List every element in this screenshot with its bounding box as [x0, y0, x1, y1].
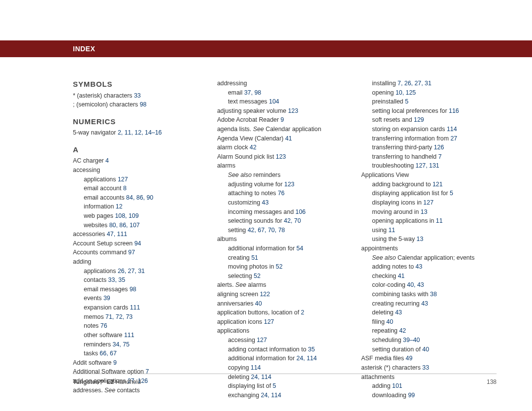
index-entry: adding notes to 43: [361, 262, 497, 272]
index-entry: using the 5-way 13: [361, 235, 497, 244]
index-entry: opening applications in 11: [361, 216, 497, 226]
index-entry: adjusting volume for 123: [217, 180, 353, 189]
index-entry: application buttons, location of 2: [217, 308, 353, 317]
index-entry: transferring third-party 126: [361, 143, 497, 152]
index-entry: agenda lists. See Calendar application: [217, 125, 353, 134]
header-bar: INDEX: [0, 40, 532, 57]
index-entry: combining tasks with 38: [361, 290, 497, 299]
index-entry: accessories 47, 111: [73, 230, 208, 239]
index-entry: accessing: [73, 166, 208, 175]
index-entry: selecting 52: [217, 272, 353, 281]
column-3: installing 7, 26, 27, 31opening 10, 125p…: [361, 79, 497, 367]
index-entry: adding: [73, 257, 208, 267]
index-entry: contacts 33, 35: [73, 275, 208, 285]
index-entry: setting 42, 67, 70, 78: [217, 226, 353, 235]
section-heading: NUMERICS: [73, 116, 208, 128]
index-entry: downloading 99: [361, 391, 497, 400]
footer-page: 138: [487, 378, 497, 385]
index-entry: soft resets and 129: [361, 115, 497, 125]
index-entry: text messages 104: [217, 97, 353, 106]
index-entry: displaying application list for 5: [361, 189, 497, 198]
index-entry: other software 111: [73, 331, 208, 340]
index-entry: alarm clock 42: [217, 143, 353, 152]
index-entry: accessing 127: [217, 336, 353, 345]
column-2: addressingemail 37, 98text messages 104a…: [217, 79, 353, 367]
index-entry: albums: [217, 235, 353, 244]
index-entry: email accounts 84, 86, 90: [73, 193, 208, 203]
header-title: INDEX: [73, 45, 95, 53]
index-entry: expansion cards 111: [73, 303, 208, 312]
index-entry: appointments: [361, 244, 497, 253]
index-entry: email messages 98: [73, 285, 208, 294]
index-entry: Applications View: [361, 171, 497, 180]
index-entry: additional information for 54: [217, 244, 353, 253]
index-entry: ASF media files 49: [361, 354, 497, 363]
index-entry: installing 7, 26, 27, 31: [361, 79, 497, 88]
index-entry: applications 127: [73, 175, 208, 184]
index-entry: selecting sounds for 42, 70: [217, 216, 353, 226]
index-entry: copying 114: [217, 363, 353, 373]
index-entry: transferring to handheld 7: [361, 152, 497, 162]
index-entry: opening 10, 125: [361, 88, 497, 98]
index-entry: creating recurring 43: [361, 299, 497, 308]
index-entry: troubleshooting 127, 131: [361, 161, 497, 171]
content: SYMBOLS* (asterisk) characters 33; (semi…: [73, 79, 497, 367]
index-entry: Account Setup screen 94: [73, 239, 208, 248]
index-entry: notes 76: [73, 321, 208, 331]
index-entry: addresses. See contacts: [73, 386, 208, 395]
index-entry: adjusting speaker volume 123: [217, 106, 353, 116]
column-1: SYMBOLS* (asterisk) characters 33; (semi…: [73, 79, 208, 367]
index-entry: * (asterisk) characters 33: [73, 91, 208, 101]
index-entry: tasks 66, 67: [73, 349, 208, 358]
index-entry: websites 80, 86, 107: [73, 221, 208, 230]
index-entry: 5-way navigator 2, 11, 12, 14–16: [73, 128, 208, 137]
index-entry: setting local preferences for 116: [361, 106, 497, 116]
index-entry: addressing: [217, 79, 353, 88]
index-entry: ; (semicolon) characters 98: [73, 100, 208, 109]
index-entry: applications 26, 27, 31: [73, 267, 208, 276]
index-entry: transferring information from 27: [361, 134, 497, 143]
index-entry: color-coding 40, 43: [361, 280, 497, 290]
index-entry: events 39: [73, 294, 208, 303]
footer: Tungsten™ E2 Handheld 138: [73, 374, 497, 385]
index-entry: See also reminders: [217, 171, 353, 180]
index-entry: checking 41: [361, 272, 497, 281]
index-entry: repeating 42: [361, 326, 497, 336]
index-entry: Alarm Sound pick list 123: [217, 152, 353, 162]
index-entry: Addit software 9: [73, 358, 208, 368]
index-entry: setting duration of 40: [361, 345, 497, 354]
index-entry: aligning screen 122: [217, 290, 353, 299]
index-entry: creating 51: [217, 253, 353, 263]
index-entry: application icons 127: [217, 317, 353, 327]
index-entry: incoming messages and 106: [217, 207, 353, 217]
index-entry: memos 71, 72, 73: [73, 312, 208, 322]
index-entry: preinstalled 5: [361, 97, 497, 106]
section-heading: SYMBOLS: [73, 79, 208, 90]
index-entry: filing 40: [361, 317, 497, 327]
index-entry: information 12: [73, 202, 208, 211]
index-entry: reminders 34, 75: [73, 340, 208, 349]
index-entry: displaying icons in 127: [361, 198, 497, 207]
index-entry: email account 8: [73, 184, 208, 193]
index-entry: deleting 43: [361, 308, 497, 317]
index-entry: See also Calendar application; events: [361, 253, 497, 263]
index-entry: using 11: [361, 226, 497, 235]
index-entry: alerts. See alarms: [217, 280, 353, 290]
index-entry: anniversaries 40: [217, 299, 353, 308]
index-entry: adding background to 121: [361, 180, 497, 189]
index-entry: moving photos in 52: [217, 262, 353, 272]
index-entry: scheduling 39–40: [361, 336, 497, 345]
index-entry: additional information for 24, 114: [217, 354, 353, 363]
index-entry: attaching to notes 76: [217, 189, 353, 198]
index-entry: alarms: [217, 161, 353, 171]
index-entry: email 37, 98: [217, 88, 353, 98]
index-entry: customizing 43: [217, 198, 353, 207]
index-entry: exchanging 24, 114: [217, 391, 353, 400]
index-entry: storing on expansion cards 114: [361, 125, 497, 134]
index-entry: Adobe Acrobat Reader 9: [217, 115, 353, 125]
index-entry: moving around in 13: [361, 207, 497, 217]
index-entry: web pages 108, 109: [73, 211, 208, 221]
index-entry: adding contact information to 35: [217, 345, 353, 354]
footer-product: Tungsten™ E2 Handheld: [73, 378, 141, 385]
section-heading: A: [73, 144, 208, 156]
